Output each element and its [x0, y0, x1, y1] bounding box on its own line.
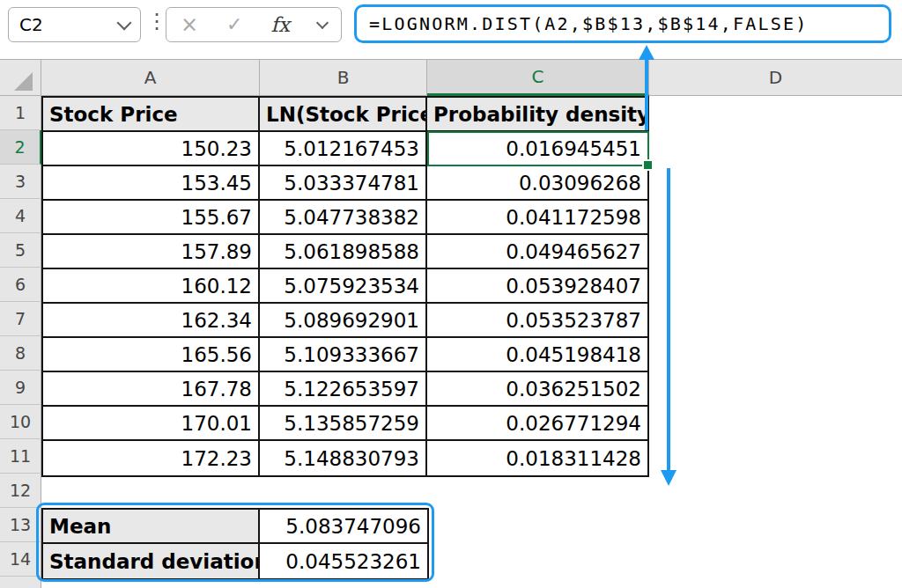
- enter-icon[interactable]: ✓: [226, 15, 242, 34]
- data-table: Stock PriceLN(Stock Price)Probability de…: [41, 96, 649, 477]
- cell-B14[interactable]: 0.045523261: [260, 544, 427, 578]
- row-header-3[interactable]: 3: [0, 165, 41, 199]
- row-header-7[interactable]: 7: [0, 302, 41, 336]
- cell-C7[interactable]: 0.053523787: [427, 304, 647, 338]
- cell-B6[interactable]: 5.075923534: [260, 269, 427, 304]
- row-header-2[interactable]: 2: [0, 130, 41, 165]
- separator-dots-icon: ⋮: [146, 9, 167, 33]
- cell-A7[interactable]: 162.34: [43, 304, 260, 338]
- cell-A6[interactable]: 160.12: [43, 269, 260, 304]
- cell-B13[interactable]: 5.083747096: [260, 510, 427, 544]
- cell-C6[interactable]: 0.053928407: [427, 269, 647, 304]
- row-header-5[interactable]: 5: [0, 233, 41, 268]
- row-header-9[interactable]: 9: [0, 371, 41, 405]
- annotation-arrow-down: [667, 168, 670, 470]
- cell-B2[interactable]: 5.012167453: [260, 132, 427, 166]
- formula-toolbar: × ✓ fx: [166, 7, 342, 42]
- column-header-B[interactable]: B: [260, 59, 427, 96]
- formula-text: =LOGNORM.DIST(A2,$B$13,$B$14,FALSE): [369, 13, 808, 34]
- stats-table: Mean5.083747096Standard deviation0.04552…: [41, 508, 429, 580]
- cell-A10[interactable]: 170.01: [43, 407, 260, 441]
- cell-A11[interactable]: 172.23: [43, 441, 260, 475]
- cell-A13[interactable]: Mean: [43, 510, 260, 544]
- row-header-10[interactable]: 10: [0, 405, 41, 439]
- cell-C8[interactable]: 0.045198418: [427, 338, 647, 372]
- cell-B7[interactable]: 5.089692901: [260, 304, 427, 338]
- row-header-1[interactable]: 1: [0, 96, 41, 130]
- column-header-A[interactable]: A: [41, 59, 260, 96]
- cell-C1[interactable]: Probability density: [427, 98, 647, 132]
- cell-B3[interactable]: 5.033374781: [260, 166, 427, 201]
- cell-A3[interactable]: 153.45: [43, 166, 260, 201]
- column-header-C[interactable]: C: [427, 59, 649, 96]
- cell-A5[interactable]: 157.89: [43, 235, 260, 269]
- annotation-arrow-up-head-icon: [639, 45, 654, 60]
- cell-B9[interactable]: 5.122653597: [260, 372, 427, 407]
- cell-C2[interactable]: 0.016945451: [427, 132, 647, 166]
- select-all-triangle-icon: [14, 72, 33, 91]
- cell-C3[interactable]: 0.03096268: [427, 166, 647, 201]
- cell-A9[interactable]: 167.78: [43, 372, 260, 407]
- formula-bar-input[interactable]: =LOGNORM.DIST(A2,$B$13,$B$14,FALSE): [354, 4, 891, 43]
- annotation-arrow-up: [645, 59, 648, 130]
- cell-B10[interactable]: 5.135857259: [260, 407, 427, 441]
- column-header-D[interactable]: D: [649, 59, 902, 96]
- name-box[interactable]: C2: [8, 7, 141, 42]
- cell-A4[interactable]: 155.67: [43, 201, 260, 235]
- cell-C5[interactable]: 0.049465627: [427, 235, 647, 269]
- cell-C10[interactable]: 0.026771294: [427, 407, 647, 441]
- cell-A2[interactable]: 150.23: [43, 132, 260, 166]
- cell-B4[interactable]: 5.047738382: [260, 201, 427, 235]
- row-header-14[interactable]: 14: [0, 542, 41, 577]
- row-header-15[interactable]: [0, 577, 41, 588]
- cancel-icon[interactable]: ×: [181, 14, 198, 35]
- row-header-4[interactable]: 4: [0, 199, 41, 233]
- cell-A8[interactable]: 165.56: [43, 338, 260, 372]
- chevron-down-icon[interactable]: [316, 16, 329, 28]
- spreadsheet-app: C2 ⋮ × ✓ fx =LOGNORM.DIST(A2,$B$13,$B$14…: [0, 0, 902, 588]
- cell-C4[interactable]: 0.041172598: [427, 201, 647, 235]
- chevron-down-icon[interactable]: [117, 15, 132, 30]
- cell-B1[interactable]: LN(Stock Price): [260, 98, 427, 132]
- cell-C9[interactable]: 0.036251502: [427, 372, 647, 407]
- cell-C11[interactable]: 0.018311428: [427, 441, 647, 475]
- row-header-6[interactable]: 6: [0, 268, 41, 302]
- cell-B5[interactable]: 5.061898588: [260, 235, 427, 269]
- annotation-arrow-down-head-icon: [661, 470, 676, 486]
- row-header-12[interactable]: 12: [0, 474, 41, 508]
- cell-A1[interactable]: Stock Price: [43, 98, 260, 132]
- cell-B8[interactable]: 5.109333667: [260, 338, 427, 372]
- cell-A14[interactable]: Standard deviation: [43, 544, 260, 578]
- select-all-corner[interactable]: [0, 59, 41, 96]
- row-header-11[interactable]: 11: [0, 439, 41, 474]
- insert-function-icon[interactable]: fx: [271, 13, 290, 36]
- row-header-13[interactable]: 13: [0, 508, 41, 542]
- row-header-8[interactable]: 8: [0, 336, 41, 371]
- fill-handle[interactable]: [644, 161, 652, 169]
- cell-B11[interactable]: 5.148830793: [260, 441, 427, 475]
- name-box-value: C2: [19, 14, 119, 35]
